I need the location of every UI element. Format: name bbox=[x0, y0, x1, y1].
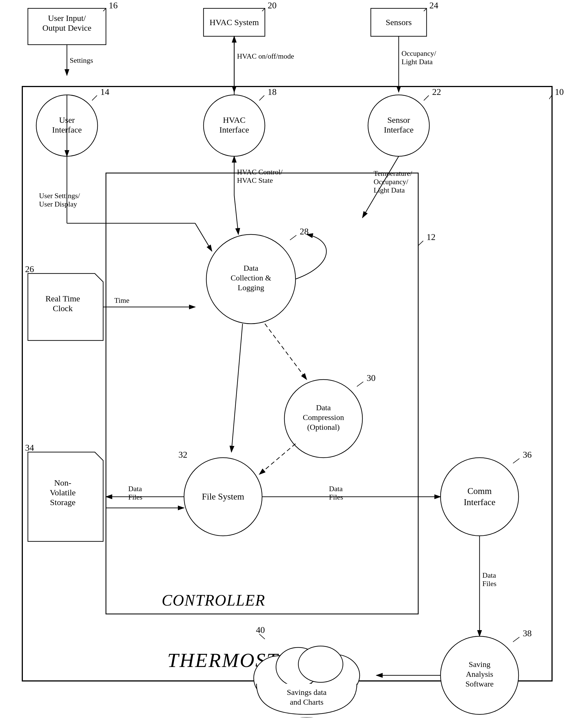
user-settings-label1: User Settings/ bbox=[39, 192, 80, 200]
time-label: Time bbox=[114, 296, 129, 304]
svg-line-34 bbox=[357, 382, 363, 386]
occupancy-label: Occupancy/ bbox=[401, 49, 436, 58]
controller-label: CONTROLLER bbox=[162, 592, 266, 609]
svg-line-42 bbox=[513, 459, 520, 463]
comm-interface-label1: Comm bbox=[467, 486, 491, 496]
svg-line-32 bbox=[265, 324, 307, 380]
ref-34: 34 bbox=[25, 443, 34, 453]
user-settings-label2: User Display bbox=[39, 200, 77, 208]
svg-line-35 bbox=[259, 444, 296, 475]
svg-line-29 bbox=[290, 235, 296, 240]
temp-label3: Light Data bbox=[374, 186, 405, 194]
data-files-label3a: Data bbox=[482, 571, 496, 579]
data-files-label1b: Files bbox=[128, 493, 143, 501]
saving-analysis-label1: Saving bbox=[469, 660, 490, 669]
hvac-interface-label1: HVAC bbox=[223, 115, 245, 124]
data-files-label1a: Data bbox=[128, 485, 142, 493]
data-collection-label3: Logging bbox=[238, 283, 264, 292]
data-collection-label1: Data bbox=[244, 264, 258, 272]
user-input-label2: Output Device bbox=[42, 23, 91, 32]
hvac-control-label1: HVAC Control/ bbox=[237, 168, 283, 176]
sensor-interface-label1: Sensor bbox=[387, 115, 410, 124]
data-compression-label3: (Optional) bbox=[307, 423, 340, 432]
non-volatile-label1: Non- bbox=[54, 478, 71, 487]
ref-40: 40 bbox=[256, 625, 265, 635]
ref-24: 24 bbox=[429, 0, 438, 10]
file-system-label: File System bbox=[202, 492, 244, 501]
data-compression-label1: Data bbox=[316, 403, 331, 412]
ref-36: 36 bbox=[523, 449, 532, 460]
temp-label2: Occupancy/ bbox=[374, 178, 408, 186]
svg-line-36 bbox=[231, 324, 243, 452]
comm-interface-label2: Interface bbox=[464, 497, 496, 507]
ref-18: 18 bbox=[268, 87, 277, 97]
user-input-label: User Input/ bbox=[48, 14, 86, 23]
ref-38: 38 bbox=[523, 628, 532, 638]
real-time-clock-label1: Real Time bbox=[45, 294, 80, 303]
ref-32: 32 bbox=[178, 449, 187, 460]
ref-22: 22 bbox=[432, 87, 441, 97]
non-volatile-label3: Storage bbox=[50, 498, 76, 507]
temp-label1: Temperature/ bbox=[374, 169, 412, 178]
svg-line-38 bbox=[418, 241, 423, 245]
data-files-label3b: Files bbox=[482, 580, 497, 588]
data-files-label2a: Data bbox=[329, 485, 343, 493]
hvac-interface-label2: Interface bbox=[219, 125, 249, 134]
svg-rect-2 bbox=[22, 86, 552, 681]
non-volatile-label2: Volatile bbox=[50, 488, 76, 497]
hvac-on-off-label: HVAC on/off/mode bbox=[237, 52, 294, 60]
saving-analysis-label2: Analysis bbox=[466, 670, 493, 678]
data-collection-label2: Collection & bbox=[231, 274, 271, 282]
ref-30: 30 bbox=[366, 373, 376, 383]
svg-point-41 bbox=[441, 458, 519, 536]
svg-point-52 bbox=[298, 646, 343, 682]
ref-26: 26 bbox=[25, 264, 34, 274]
light-data-label: Light Data bbox=[401, 58, 433, 66]
data-files-label2b: Files bbox=[329, 493, 343, 501]
savings-data-label2: and Charts bbox=[290, 698, 324, 706]
svg-line-30 bbox=[234, 195, 238, 235]
ref-12: 12 bbox=[426, 232, 436, 242]
settings-label: Settings bbox=[70, 56, 93, 64]
svg-line-20 bbox=[424, 96, 429, 100]
svg-line-18 bbox=[259, 96, 264, 100]
ref-16: 16 bbox=[109, 0, 118, 10]
ref-20: 20 bbox=[268, 0, 277, 10]
saving-analysis-label3: Software bbox=[465, 680, 493, 688]
svg-line-16 bbox=[92, 96, 97, 100]
hvac-system-label: HVAC System bbox=[210, 18, 259, 27]
real-time-clock-label2: Clock bbox=[53, 304, 73, 313]
sensor-interface-label2: Interface bbox=[384, 125, 414, 134]
savings-data-label1: Savings data bbox=[287, 688, 327, 697]
sensors-label: Sensors bbox=[385, 18, 412, 27]
ref-10: 10 bbox=[555, 87, 564, 97]
hvac-control-label2: HVAC State bbox=[237, 176, 273, 184]
svg-line-31 bbox=[195, 223, 212, 251]
svg-line-46 bbox=[513, 637, 520, 642]
ref-14: 14 bbox=[100, 87, 109, 97]
data-compression-label2: Compression bbox=[303, 413, 344, 422]
